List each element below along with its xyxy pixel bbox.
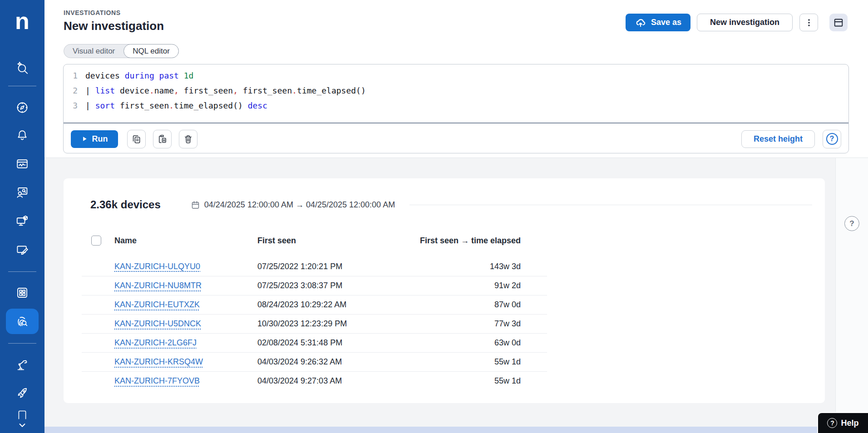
device-name-link[interactable]: KAN-ZURICH-7FYOVB (114, 376, 200, 385)
breadcrumb: INVESTIGATIONS (64, 9, 121, 16)
first-seen-value: 10/30/2023 12:23:29 PM (248, 319, 394, 329)
bell-icon (15, 128, 29, 142)
side-help-button[interactable]: ? (844, 216, 859, 231)
device-name-link[interactable]: KAN-ZURICH-EUTXZK (114, 300, 200, 309)
compass-icon (15, 101, 29, 114)
card-pen-icon (15, 243, 29, 256)
paste-button[interactable] (153, 130, 172, 148)
first-seen-value: 07/25/2023 3:08:37 PM (248, 281, 394, 290)
first-seen-value: 07/25/2022 1:20:21 PM (248, 262, 394, 271)
run-label: Run (92, 134, 108, 144)
sidebar-divider (8, 343, 36, 344)
time-elapsed-value: 55w 1d (394, 357, 521, 367)
nexthink-logo[interactable]: n (0, 6, 44, 35)
nql-code-editor[interactable]: 1devices during past 1d2| list device.na… (64, 64, 848, 123)
sidebar-item-dashboards[interactable] (6, 151, 39, 177)
editor-toolbar: Run (64, 124, 848, 153)
code-text: | sort first_seen.time_elapsed() desc (85, 98, 267, 113)
kebab-menu-icon (804, 17, 814, 28)
copy-icon (131, 134, 142, 144)
time-elapsed-value: 91w 2d (394, 281, 521, 290)
column-header-name[interactable]: Name (105, 236, 248, 246)
table-row: KAN-ZURICH-7FYOVB04/03/2024 9:27:03 AM55… (82, 371, 547, 390)
editor-mode-tabs: Visual editor NQL editor (64, 44, 179, 58)
column-header-first-seen[interactable]: First seen (248, 236, 394, 246)
horizontal-scrollbar[interactable] (44, 427, 868, 433)
page-title: New investigation (64, 19, 164, 33)
results-card: 2.36k devices 04/24/2025 12:00:00 AM → 0… (64, 178, 825, 403)
help-label: Help (841, 418, 858, 428)
sidebar-item-getting-started[interactable] (6, 95, 39, 120)
time-elapsed-value: 63w 0d (394, 338, 521, 348)
sidebar-item-search[interactable] (6, 55, 39, 80)
column-header-time-elapsed[interactable]: First seen → time elapsed (394, 236, 521, 246)
code-line[interactable]: 2| list device.name, first_seen, first_s… (64, 83, 848, 98)
split-panel-icon (833, 17, 844, 28)
header-section: INVESTIGATIONS New investigation Save as… (44, 0, 868, 158)
reset-height-button[interactable]: Reset height (741, 130, 815, 148)
table-body: KAN-ZURICH-ULQYU007/25/2022 1:20:21 PM14… (64, 257, 547, 390)
nql-help-button[interactable]: ? (823, 130, 841, 148)
date-range: 04/24/2025 12:00:00 AM → 04/25/2025 12:0… (204, 200, 395, 210)
device-name-link[interactable]: KAN-ZURICH-U5DNCK (114, 319, 201, 328)
header-rule (409, 205, 812, 205)
layout-toggle-button[interactable] (829, 14, 848, 31)
app-root: n (0, 0, 868, 433)
line-number: 1 (64, 68, 85, 83)
grid-icon (15, 286, 29, 300)
tab-visual-editor[interactable]: Visual editor (64, 44, 123, 58)
save-as-label: Save as (651, 18, 681, 27)
table-row: KAN-ZURICH-KRSQ4W04/03/2024 9:26:32 AM55… (82, 352, 547, 371)
new-investigation-button[interactable]: New investigation (697, 14, 793, 31)
select-all-checkbox[interactable] (91, 236, 101, 246)
sidebar-divider (8, 86, 36, 86)
table-row: KAN-ZURICH-ULQYU007/25/2022 1:20:21 PM14… (82, 257, 547, 276)
cloud-upload-icon (635, 17, 646, 29)
sidebar: n (0, 0, 44, 433)
device-name-link[interactable]: KAN-ZURICH-NU8MTR (114, 281, 202, 290)
run-button[interactable]: Run (71, 130, 118, 148)
monitor-cube-icon (15, 214, 29, 228)
delete-button[interactable] (179, 130, 197, 148)
copy-button[interactable] (127, 130, 146, 148)
sidebar-collapse-button[interactable] (6, 418, 39, 432)
table-row: KAN-ZURICH-EUTXZK08/24/2023 10:29:22 AM8… (82, 295, 547, 314)
sidebar-item-investigations[interactable] (6, 309, 39, 334)
sidebar-divider (8, 271, 36, 272)
help-button[interactable]: ? Help (817, 412, 868, 433)
time-elapsed-value: 87w 0d (394, 300, 521, 310)
robot-arm-icon (15, 358, 29, 372)
sidebar-item-library[interactable] (6, 280, 39, 305)
sidebar-item-alerts[interactable] (6, 123, 39, 148)
more-options-button[interactable] (799, 14, 818, 31)
table-row: KAN-ZURICH-NU8MTR07/25/2023 3:08:37 PM91… (82, 276, 547, 295)
line-number: 3 (64, 98, 85, 113)
sidebar-item-adopt[interactable] (6, 381, 39, 406)
person-presentation-icon (15, 186, 29, 199)
sidebar-item-remote-actions[interactable] (6, 352, 39, 378)
device-name-link[interactable]: KAN-ZURICH-ULQYU0 (114, 262, 200, 271)
device-count: 2.36k devices (90, 198, 161, 211)
rocket-icon (15, 387, 29, 400)
time-elapsed-value: 55w 1d (394, 376, 521, 386)
nql-editor-panel: 1devices during past 1d2| list device.na… (63, 64, 849, 153)
save-as-button[interactable]: Save as (626, 14, 690, 31)
sidebar-item-campaigns[interactable] (6, 237, 39, 262)
table-row: KAN-ZURICH-U5DNCK10/30/2023 12:23:29 PM7… (82, 314, 547, 333)
calendar-icon (191, 200, 200, 210)
dashboard-pulse-icon (15, 157, 29, 171)
chevron-down-icon (16, 419, 28, 431)
tab-nql-editor[interactable]: NQL editor (123, 44, 179, 58)
play-icon (81, 136, 88, 142)
sidebar-item-applications[interactable] (6, 208, 39, 234)
trash-icon (183, 134, 193, 144)
sidebar-item-digital-experience[interactable] (6, 180, 39, 205)
table-row: KAN-ZURICH-2LG6FJ02/08/2024 5:31:48 PM63… (82, 333, 547, 352)
device-name-link[interactable]: KAN-ZURICH-2LG6FJ (114, 338, 197, 347)
device-name-link[interactable]: KAN-ZURICH-KRSQ4W (114, 357, 203, 366)
code-line[interactable]: 3| sort first_seen.time_elapsed() desc (64, 98, 848, 113)
sparkle-search-icon (15, 61, 29, 74)
code-text: devices during past 1d (85, 68, 193, 83)
results-header: 2.36k devices 04/24/2025 12:00:00 AM → 0… (90, 198, 812, 212)
code-line[interactable]: 1devices during past 1d (64, 68, 848, 83)
